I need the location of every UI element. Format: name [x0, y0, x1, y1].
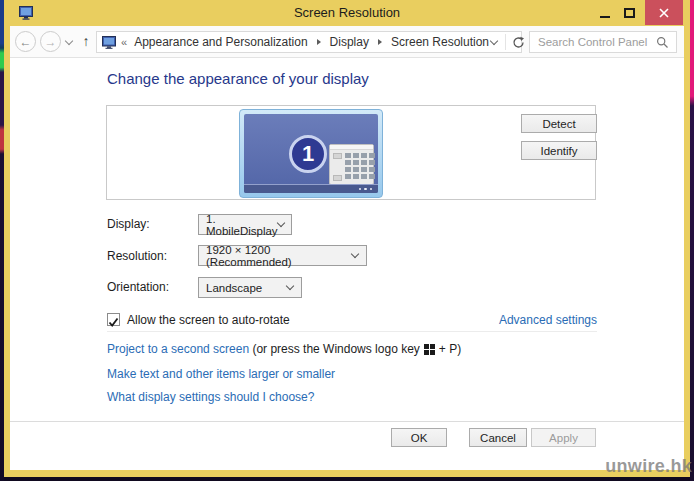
project-second-screen-link[interactable]: Project to a second screen [107, 342, 249, 356]
orientation-value: Landscape [206, 282, 262, 294]
display-label: Display: [107, 217, 150, 231]
make-text-larger-row: Make text and other items larger or smal… [107, 367, 335, 381]
address-dropdown-chevron-icon[interactable] [490, 36, 498, 44]
monitor-preview-box: 1 Detect Identify [106, 105, 596, 200]
identify-button[interactable]: Identify [521, 141, 597, 160]
minimize-button[interactable] [594, 0, 616, 25]
chevron-down-icon [351, 250, 359, 258]
start-screen-thumbnail-icon [329, 144, 374, 185]
advanced-settings-link[interactable]: Advanced settings [499, 313, 597, 327]
project-hint-text-end: + P) [439, 342, 461, 356]
address-bar[interactable]: « Appearance and Personalization Display… [96, 31, 522, 53]
ellipsis-dots-icon [359, 188, 373, 191]
maximize-icon [624, 8, 635, 18]
close-button[interactable] [645, 0, 683, 25]
monitor-1-thumbnail[interactable]: 1 [239, 109, 383, 198]
resolution-label: Resolution: [107, 249, 167, 263]
auto-rotate-label[interactable]: Allow the screen to auto-rotate [127, 313, 290, 327]
divider [505, 34, 506, 50]
window-title: Screen Resolution [4, 5, 690, 20]
resolution-value: 1920 × 1200 (Recommended) [206, 244, 352, 268]
resolution-dropdown[interactable]: 1920 × 1200 (Recommended) [198, 245, 367, 266]
content-panel: Change the appearance of your display 1 [10, 58, 684, 470]
windows-logo-icon [424, 344, 435, 355]
cancel-button[interactable]: Cancel [469, 428, 527, 447]
maximize-button[interactable] [618, 0, 640, 25]
up-button[interactable]: ↑ [77, 31, 95, 52]
watermark: unwire.hk [605, 456, 692, 477]
address-bar-controls [491, 34, 531, 50]
navigation-bar: ← → ↑ « Appearance and Personalization D… [10, 26, 684, 58]
screen-resolution-window: Screen Resolution ← → ↑ [4, 0, 690, 477]
search-box [529, 31, 677, 53]
forward-button[interactable]: → [40, 31, 61, 52]
breadcrumb-screen-resolution[interactable]: Screen Resolution [389, 35, 491, 49]
divider [107, 331, 597, 332]
make-text-larger-link[interactable]: Make text and other items larger or smal… [107, 367, 335, 381]
divider [10, 421, 684, 422]
orientation-label: Orientation: [107, 280, 169, 294]
refresh-icon[interactable] [512, 36, 525, 49]
breadcrumb-separator-icon[interactable] [317, 39, 321, 45]
title-bar[interactable]: Screen Resolution [4, 0, 690, 26]
chevron-down-icon [286, 282, 294, 290]
checkmark-icon [108, 317, 119, 328]
what-settings-row: What display settings should I choose? [107, 390, 314, 404]
detect-button[interactable]: Detect [521, 114, 597, 133]
minimize-icon [600, 16, 610, 18]
orientation-dropdown[interactable]: Landscape [198, 277, 302, 298]
project-hint-text: (or press the Windows logo key [249, 342, 420, 356]
breadcrumb-separator-icon[interactable] [378, 39, 382, 45]
recent-pages-chevron-icon[interactable] [65, 37, 73, 45]
breadcrumb-overflow-chevrons[interactable]: « [121, 36, 127, 48]
display-value: 1. MobileDisplay [206, 213, 278, 237]
breadcrumb-appearance-personalization[interactable]: Appearance and Personalization [132, 35, 309, 49]
display-icon [102, 36, 116, 49]
auto-rotate-checkbox[interactable] [107, 313, 120, 326]
page-title: Change the appearance of your display [107, 70, 369, 87]
monitor-screen: 1 [244, 114, 378, 193]
monitor-taskbar-strip [244, 184, 378, 193]
back-button[interactable]: ← [15, 31, 36, 52]
ok-button[interactable]: OK [391, 428, 447, 447]
breadcrumb-display[interactable]: Display [328, 35, 371, 49]
desktop: Screen Resolution ← → ↑ [0, 0, 694, 481]
close-icon [659, 8, 669, 18]
monitor-number-badge: 1 [289, 135, 327, 173]
display-dropdown[interactable]: 1. MobileDisplay [198, 214, 292, 235]
what-settings-link[interactable]: What display settings should I choose? [107, 390, 314, 404]
project-second-screen-row: Project to a second screen (or press the… [107, 342, 461, 356]
search-input[interactable] [530, 36, 652, 48]
desktop-edge-right [690, 0, 694, 481]
apply-button: Apply [531, 428, 596, 447]
search-icon[interactable] [656, 36, 669, 49]
